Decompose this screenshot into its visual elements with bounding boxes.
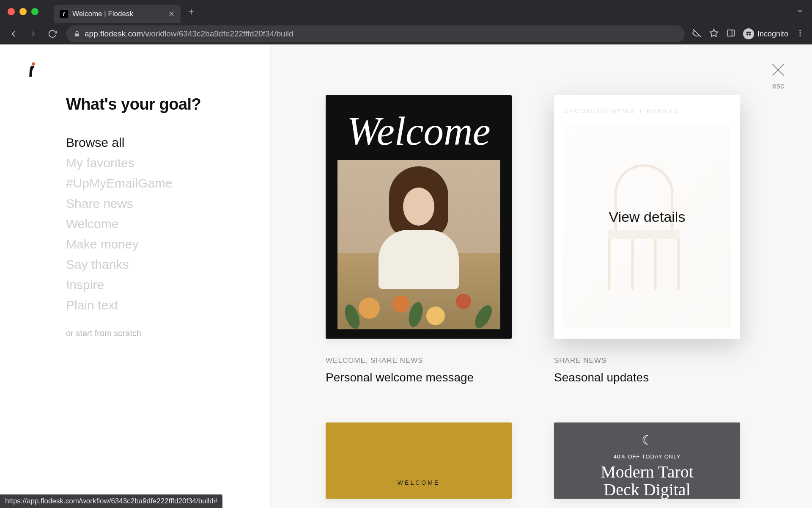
svg-point-9	[799, 35, 801, 36]
window-minimize-icon[interactable]	[19, 8, 27, 15]
browser-menu-icon[interactable]	[796, 29, 804, 39]
template-card-tarot[interactable]: ☾ 40% OFF TODAY ONLY Modern TarotDeck Di…	[554, 422, 740, 499]
sidebar-item-say-thanks[interactable]: Say thanks	[66, 257, 244, 272]
moon-icon: ☾	[642, 433, 653, 447]
template-card-seasonal-updates[interactable]: UPCOMING NEWS + EVENTS View details SHAR…	[554, 95, 740, 384]
eye-off-icon[interactable]	[692, 28, 702, 39]
template-grid: Welcome WELCOME, SHARE NEWS Personal wel…	[326, 95, 761, 499]
sidebar-item-inspire[interactable]: Inspire	[66, 278, 244, 292]
window-close-icon[interactable]	[8, 8, 15, 15]
svg-point-6	[749, 33, 751, 36]
browser-status-bar: https://app.flodesk.com/workflow/6343c2b…	[0, 494, 222, 508]
sidebar-item-make-money[interactable]: Make money	[66, 237, 244, 251]
tab-title: Welcome | Flodesk	[72, 10, 164, 18]
incognito-label: Incognito	[757, 30, 788, 39]
svg-point-5	[746, 33, 749, 36]
template-thumbnail: ☾ 40% OFF TODAY ONLY Modern TarotDeck Di…	[554, 422, 740, 499]
address-bar: app.flodesk.com/workflow/6343c2ba9dfe222…	[0, 23, 812, 44]
template-title: Personal welcome message	[326, 371, 512, 384]
incognito-badge[interactable]: Incognito	[743, 28, 788, 39]
sidebar-item-my-favorites[interactable]: My favorites	[66, 156, 244, 170]
svg-marker-2	[710, 29, 718, 36]
forward-button[interactable]	[27, 29, 39, 39]
svg-point-7	[799, 30, 801, 31]
window-maximize-icon[interactable]	[31, 8, 38, 15]
tab-strip: f Welcome | Flodesk ✕ +	[0, 0, 812, 23]
template-thumbnail: Welcome	[326, 95, 512, 339]
sidebar-item-upmyemailgame[interactable]: #UpMyEmailGame	[66, 176, 244, 190]
sidebar-list: Browse all My favorites #UpMyEmailGame S…	[66, 135, 244, 312]
svg-rect-3	[727, 30, 735, 36]
lock-icon	[74, 30, 80, 37]
template-thumbnail: UPCOMING NEWS + EVENTS View details	[554, 95, 740, 339]
svg-point-10	[32, 62, 35, 66]
url-text: app.flodesk.com/workflow/6343c2ba9dfe222…	[85, 29, 294, 39]
flodesk-logo-icon[interactable]	[27, 61, 40, 78]
browser-tab[interactable]: f Welcome | Flodesk ✕	[54, 5, 181, 23]
url-input[interactable]: app.flodesk.com/workflow/6343c2ba9dfe222…	[66, 25, 685, 42]
tarot-title: Modern TarotDeck Digital	[601, 463, 694, 499]
svg-rect-0	[75, 33, 79, 36]
template-gallery: esc Welcome WELCOME, SHARE NEWS Personal…	[271, 44, 812, 508]
template-tags: SHARE NEWS	[554, 356, 740, 365]
close-icon	[770, 61, 787, 80]
new-tab-button[interactable]: +	[184, 6, 198, 18]
sidebar: What's your goal? Browse all My favorite…	[0, 44, 271, 508]
reload-button[interactable]	[47, 29, 58, 39]
photo-placeholder	[337, 160, 500, 329]
sidebar-item-browse-all[interactable]: Browse all	[66, 135, 244, 150]
star-icon[interactable]	[709, 28, 719, 39]
back-button[interactable]	[8, 29, 19, 39]
close-label: esc	[770, 82, 787, 91]
promo-text: 40% OFF TODAY ONLY	[614, 453, 680, 460]
favicon-icon: f	[60, 10, 68, 18]
tab-close-icon[interactable]: ✕	[168, 9, 175, 19]
browser-chrome: f Welcome | Flodesk ✕ + app.flodesk.com/…	[0, 0, 812, 44]
sidebar-item-share-news[interactable]: Share news	[66, 196, 244, 211]
tab-overflow-icon[interactable]	[796, 7, 804, 17]
template-thumbnail: WELCOME	[326, 422, 512, 499]
sidebar-item-welcome[interactable]: Welcome	[66, 217, 244, 231]
app-body: What's your goal? Browse all My favorite…	[0, 44, 812, 508]
incognito-icon	[743, 28, 754, 39]
sidebar-item-plain-text[interactable]: Plain text	[66, 298, 244, 312]
sidebar-title: What's your goal?	[66, 95, 244, 113]
template-tags: WELCOME, SHARE NEWS	[326, 356, 512, 365]
template-card-welcome-mustard[interactable]: WELCOME	[326, 422, 512, 499]
start-from-scratch-link[interactable]: or start from scratch	[66, 329, 244, 338]
window-controls	[8, 8, 38, 15]
side-panel-icon[interactable]	[726, 28, 735, 39]
view-details-button[interactable]: View details	[609, 209, 686, 225]
hover-overlay: View details	[554, 95, 740, 339]
welcome-tiny-text: WELCOME	[398, 479, 440, 486]
close-button[interactable]: esc	[770, 61, 787, 91]
template-card-personal-welcome[interactable]: Welcome WELCOME, SHARE NEWS Personal wel…	[326, 95, 512, 384]
welcome-script-text: Welcome	[347, 111, 490, 152]
template-title: Seasonal updates	[554, 371, 740, 384]
svg-point-8	[799, 32, 801, 33]
